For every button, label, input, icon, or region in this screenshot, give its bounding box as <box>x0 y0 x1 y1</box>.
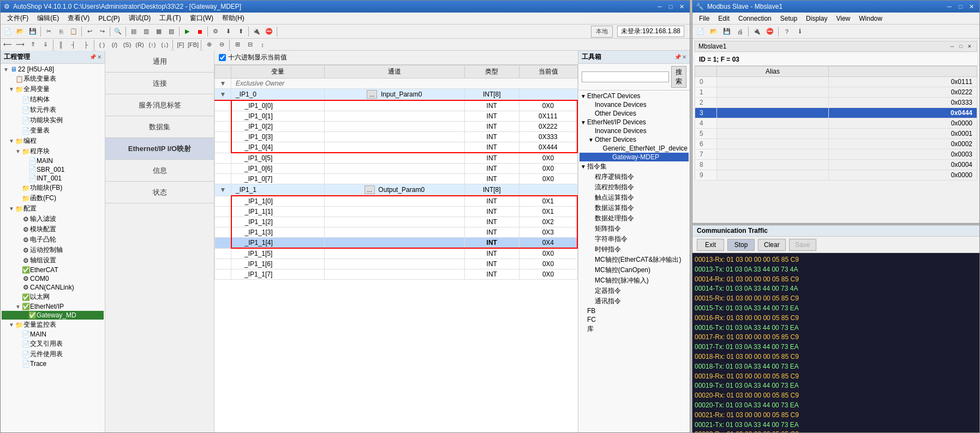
tb-b1[interactable]: ▤ <box>128 26 140 38</box>
tree-item-prog[interactable]: ▼ 📁 编程 <box>2 136 104 146</box>
tb-fc[interactable]: FC <box>579 315 689 324</box>
var-ip1-0-1[interactable]: _IP1_0[1] <box>231 111 325 122</box>
tb-cut[interactable]: ✂ <box>43 26 55 38</box>
slave-maximize[interactable]: □ <box>957 43 965 50</box>
tb2-sort[interactable]: ↕ <box>256 39 268 51</box>
tree-close[interactable]: ✕ <box>97 54 101 60</box>
tb-b4[interactable]: ▧ <box>165 26 177 38</box>
tb2-5[interactable]: ║ <box>55 39 67 51</box>
tb-timer2[interactable]: 定器指令 <box>579 286 689 296</box>
tb-mc-ethercat[interactable]: MC轴控(EtherCAT&脉冲输出) <box>579 255 689 265</box>
ip1-0-channel-btn[interactable]: ... <box>367 90 377 99</box>
comm-clear-btn[interactable]: Clear <box>758 239 786 251</box>
tree-item-crossref[interactable]: 📄 交叉引用表 <box>2 339 104 349</box>
slave-close-inner[interactable]: ✕ <box>966 43 973 50</box>
slave-table-row[interactable]: 5 0x0001 <box>695 129 977 139</box>
tb-flow-ctrl[interactable]: 流程控制指令 <box>579 182 689 193</box>
mb-menu-window[interactable]: Window <box>854 14 887 23</box>
comm-exit-btn[interactable]: Exit <box>697 239 724 251</box>
var-ip1-0-5[interactable]: _IP1_0[5] <box>231 153 325 164</box>
tree-item-motionctrl[interactable]: ⚙ 运动控制轴 <box>2 245 104 255</box>
tree-item-vartable[interactable]: 📄 变量表 <box>2 125 104 136</box>
tb-b2[interactable]: ▥ <box>140 26 152 38</box>
tb-compile[interactable]: ⚙ <box>210 26 222 38</box>
tree-item-funcblock[interactable]: 📁 功能块(FB) <box>2 183 104 193</box>
tb-open[interactable]: 📂 <box>14 26 26 38</box>
tree-item-varmonitor[interactable]: ▼ 📁 变量监控表 <box>2 320 104 330</box>
mb-tb-4[interactable]: 🖨 <box>734 26 746 38</box>
tb2-coil6[interactable]: (↓) <box>159 39 171 51</box>
tree-item-globalvar[interactable]: ▼ 📁 全局变量 <box>2 84 104 94</box>
tree-item-sysvar[interactable]: 📋 系统变量表 <box>2 74 104 84</box>
tb2-zoom[interactable]: ⊕ <box>203 39 215 51</box>
slave-table-row[interactable]: 9 0x0000 <box>695 170 977 181</box>
tb-other-devices-ec[interactable]: Other Devices <box>579 109 689 118</box>
slave-table-row[interactable]: 2 0x0333 <box>695 98 977 108</box>
ip1-1-channel-btn[interactable]: ... <box>364 185 375 194</box>
tb-string[interactable]: 字符串指令 <box>579 234 689 244</box>
tb2-coil3[interactable]: (S) <box>121 39 133 51</box>
ip1-1-var[interactable]: _IP1_1 <box>231 184 325 196</box>
tb-instructions[interactable]: ▼ 指令集 <box>579 161 689 172</box>
tree-pin[interactable]: 📌 <box>89 54 96 60</box>
tb-undo[interactable]: ↩ <box>83 26 95 38</box>
tb-data-proc[interactable]: 数据处理指令 <box>579 213 689 224</box>
var-ip1-1-1[interactable]: _IP1_1[1] <box>231 207 325 217</box>
toolbox-pin[interactable]: 📌 <box>674 54 681 60</box>
mb-menu-file[interactable]: File <box>695 14 714 23</box>
tb2-coil4[interactable]: (R) <box>134 39 146 51</box>
tb2-ladder[interactable]: ⊞ <box>231 39 243 51</box>
mb-tb-1[interactable]: 📄 <box>695 26 707 38</box>
tb-timer[interactable]: 时钟指令 <box>579 244 689 255</box>
slave-table-row[interactable]: 6 0x0002 <box>695 139 977 149</box>
tb-inovance-eip[interactable]: Inovance Devices <box>579 127 689 135</box>
tb-paste[interactable]: 📋 <box>68 26 80 38</box>
slave-restore[interactable]: ─ <box>948 43 956 50</box>
tb-data-ops[interactable]: 数据运算指令 <box>579 203 689 213</box>
tb2-2[interactable]: ⟶ <box>14 39 26 51</box>
var-ip1-1-0[interactable]: _IP1_1[0] <box>231 196 325 207</box>
expand-exclusive-owner[interactable]: ▼ <box>215 79 231 89</box>
tree-item-int001[interactable]: 📄 INT_001 <box>2 174 104 183</box>
tree-item-softunit[interactable]: 📄 软元件表 <box>2 105 104 115</box>
mid-status[interactable]: 状态 <box>105 182 214 203</box>
tree-item-sbr001[interactable]: 📄 SBR_001 <box>2 165 104 174</box>
tb-run[interactable]: ▶ <box>181 26 193 38</box>
tb-mc-canopen[interactable]: MC轴控(CanOpen) <box>579 265 689 275</box>
mb-tb-3[interactable]: 💾 <box>721 26 733 38</box>
tree-item-iofilter[interactable]: ⚙ 输入滤波 <box>2 214 104 224</box>
menu-edit[interactable]: 编辑(E) <box>33 13 63 24</box>
toolbox-search-input[interactable] <box>582 71 669 82</box>
menu-view[interactable]: 查看(V) <box>63 13 94 24</box>
mid-dataset[interactable]: 数据集 <box>105 116 214 138</box>
mb-menu-view[interactable]: View <box>832 14 854 23</box>
tree-item-modulecfg[interactable]: ⚙ 模块配置 <box>2 224 104 234</box>
modbus-maximize[interactable]: □ <box>955 2 965 11</box>
slave-table-row[interactable]: 3 0x0444 <box>695 108 977 118</box>
tb-gateway-mdep[interactable]: Gateway-MDEP <box>579 153 689 161</box>
var-ip1-0-2[interactable]: _IP1_0[2] <box>231 122 325 132</box>
tb-bit-ops[interactable]: 触点运算指令 <box>579 193 689 203</box>
tb-mc-pulse[interactable]: MC轴控(脉冲输入) <box>579 275 689 286</box>
mb-tb-about[interactable]: ℹ <box>794 26 806 38</box>
tb-connect[interactable]: 🔌 <box>250 26 262 38</box>
tb-redo[interactable]: ↪ <box>96 26 108 38</box>
mid-connection[interactable]: 连接 <box>105 73 214 94</box>
menu-file[interactable]: 文件(F) <box>3 13 33 24</box>
var-ip1-0-0[interactable]: _IP1_0[0] <box>231 100 325 111</box>
var-ip1-1-3[interactable]: _IP1_1[3] <box>231 227 325 238</box>
tree-item-eleccam[interactable]: ⚙ 电子凸轮 <box>2 234 104 245</box>
tb2-func2[interactable]: [FB] <box>187 39 199 51</box>
menu-tools[interactable]: 工具(T) <box>155 13 185 24</box>
tb-copy[interactable]: ⎘ <box>55 26 67 38</box>
tb2-3[interactable]: ⇑ <box>27 39 39 51</box>
modbus-close[interactable]: ✕ <box>966 2 976 11</box>
slave-table-row[interactable]: 4 0x0000 <box>695 118 977 129</box>
mb-tb-help[interactable]: ? <box>781 26 793 38</box>
tree-item-ethercat[interactable]: ✅ EtherCAT <box>2 266 104 274</box>
tree-item-funcinst[interactable]: 📄 功能块实例 <box>2 115 104 125</box>
tree-item-ethernetip[interactable]: ▼ ✅ EtherNet/IP <box>2 302 104 311</box>
slave-table-row[interactable]: 1 0x0222 <box>695 87 977 98</box>
tb2-coil5[interactable]: (↑) <box>146 39 158 51</box>
tree-item-canlink[interactable]: ⚙ CAN(CANLink) <box>2 283 104 292</box>
